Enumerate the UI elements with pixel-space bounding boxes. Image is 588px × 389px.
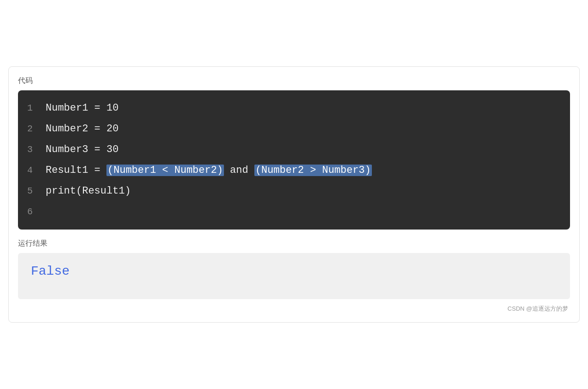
- code-line-6: 6: [18, 201, 570, 222]
- line-number-6: 6: [27, 205, 46, 219]
- line-number-4: 4: [27, 164, 46, 177]
- code-line-4: 4 Result1 = (Number1 < Number2) and (Num…: [18, 160, 570, 181]
- code-line-2: 2 Number2 = 20: [18, 118, 570, 139]
- code-content-6: [46, 204, 52, 219]
- footer-text: CSDN @追逐远方的梦: [18, 305, 570, 313]
- line-number-3: 3: [27, 143, 46, 157]
- code-content-5: print(Result1): [46, 183, 131, 199]
- code-section-label: 代码: [18, 76, 570, 86]
- code-line-3: 3 Number3 = 30: [18, 139, 570, 160]
- main-container: 代码 1 Number1 = 10 2 Number2 = 20 3 Numbe…: [8, 66, 580, 323]
- line-number-1: 1: [27, 101, 46, 115]
- highlight-first: (Number1 < Number2): [106, 165, 224, 176]
- line-number-2: 2: [27, 122, 46, 136]
- code-content-3: Number3 = 30: [46, 142, 118, 157]
- code-line-1: 1 Number1 = 10: [18, 98, 570, 118]
- code-content-1: Number1 = 10: [46, 100, 118, 116]
- line-number-5: 5: [27, 184, 46, 198]
- code-content-4: Result1 = (Number1 < Number2) and (Numbe…: [46, 163, 372, 178]
- highlight-second: (Number2 > Number3): [254, 165, 372, 176]
- code-line-5: 5 print(Result1): [18, 181, 570, 201]
- result-section-label: 运行结果: [18, 239, 570, 248]
- code-block: 1 Number1 = 10 2 Number2 = 20 3 Number3 …: [18, 90, 570, 230]
- code-content-2: Number2 = 20: [46, 121, 118, 136]
- result-block: False: [18, 253, 570, 299]
- result-value: False: [31, 264, 70, 278]
